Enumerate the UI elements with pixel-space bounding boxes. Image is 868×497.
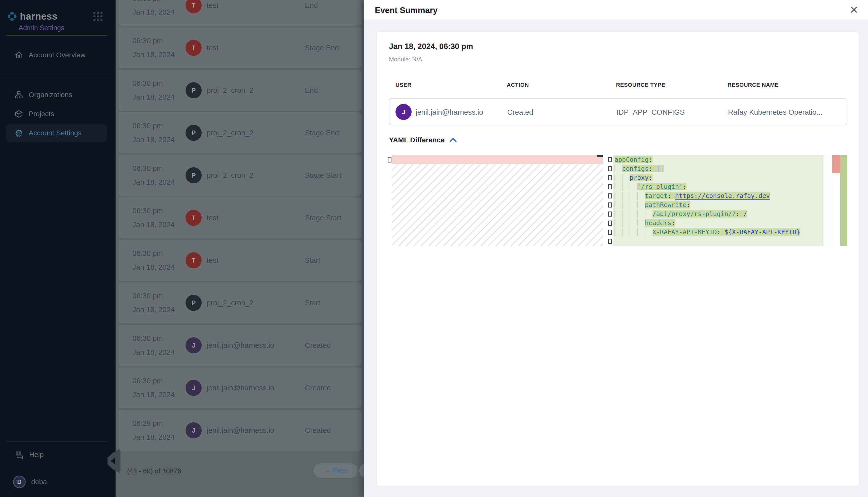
row-avatar: J bbox=[185, 422, 202, 438]
audit-row[interactable]: 06:30 pmJan 18, 2024Pproj_2_cron_2Stage … bbox=[119, 112, 361, 153]
row-date: Jan 18, 2024 bbox=[133, 263, 179, 271]
code-token: proxy bbox=[630, 174, 648, 181]
app-root: harness Admin Settings Account Overview … bbox=[0, 0, 868, 497]
row-action: Stage Start bbox=[305, 214, 341, 222]
row-time: 06:30 pm bbox=[133, 377, 179, 385]
audit-row[interactable]: 06:30 pmJan 18, 2024Pproj_2_cron_2End bbox=[119, 70, 361, 111]
sidebar-item-label: Organizations bbox=[29, 91, 72, 99]
code-token: X-RAFAY-API-KEYID bbox=[652, 228, 717, 236]
row-time-block: 06:30 pmJan 18, 2024 bbox=[119, 207, 179, 229]
prev-page-button[interactable]: ← Prev bbox=[314, 463, 358, 478]
code-token: : bbox=[683, 183, 687, 190]
sidebar-item-projects[interactable]: Projects bbox=[6, 105, 107, 123]
row-user-name: test bbox=[207, 214, 219, 222]
row-time: 06:30 pm bbox=[133, 122, 179, 130]
row-action: End bbox=[305, 86, 318, 95]
code-token: : bbox=[687, 201, 690, 209]
inline-change-highlight: X-RAFAY-API-KEYID: ${X-RAFAY-API-KEYID} bbox=[652, 228, 800, 236]
diff-code-line bbox=[613, 237, 823, 246]
row-time-block: 06:30 pmJan 18, 2024 bbox=[119, 249, 179, 271]
sidebar-item-account-settings[interactable]: Account Settings bbox=[6, 125, 107, 142]
diff-code-line: proxy: bbox=[613, 173, 823, 182]
code-token: configs bbox=[622, 165, 648, 172]
diff-scrollbar[interactable] bbox=[823, 155, 832, 246]
sidebar: harness Admin Settings Account Overview … bbox=[0, 0, 115, 497]
row-time-block: 06:30 pmJan 18, 2024 bbox=[119, 292, 179, 314]
app-grid-icon[interactable] bbox=[93, 12, 102, 21]
audit-row[interactable]: 06:30 pmJan 18, 2024TtestEnd bbox=[119, 0, 361, 26]
row-user-name: test bbox=[207, 1, 219, 10]
brand-name: harness bbox=[20, 11, 57, 22]
yaml-difference-toggle[interactable]: YAML Difference bbox=[389, 136, 457, 144]
diff-line-gutter-marker bbox=[608, 194, 612, 198]
yaml-difference-label: YAML Difference bbox=[389, 136, 444, 144]
event-summary-drawer: Event Summary ✕ Jan 18, 2024, 06:30 pm M… bbox=[364, 0, 868, 497]
yaml-diff-viewer: appConfig: configs: |- proxy: '/rs-plugi… bbox=[387, 155, 847, 246]
diff-code-line: pathRewrite: bbox=[613, 200, 823, 210]
row-avatar: P bbox=[185, 167, 202, 183]
col-header-resource-name: RESOURCE NAME bbox=[728, 82, 779, 88]
avatar: J bbox=[396, 104, 412, 120]
close-icon[interactable]: ✕ bbox=[847, 3, 861, 17]
row-action: Start bbox=[305, 299, 320, 307]
diff-removed-pane bbox=[392, 155, 603, 246]
row-avatar: T bbox=[185, 40, 202, 56]
page-number-button[interactable]: 1 bbox=[359, 463, 364, 478]
row-time-block: 06:30 pmJan 18, 2024 bbox=[119, 79, 179, 101]
row-date: Jan 18, 2024 bbox=[133, 433, 179, 441]
collapse-arrow-icon bbox=[111, 458, 115, 464]
audit-row[interactable]: 06:30 pmJan 18, 2024TtestStage End bbox=[119, 27, 361, 68]
inline-change-highlight: '/rs-plugin': bbox=[637, 183, 687, 190]
code-indent bbox=[615, 165, 622, 172]
code-token: |- bbox=[656, 165, 664, 172]
code-token: '/rs-plugin' bbox=[637, 183, 683, 190]
row-time: 06:30 pm bbox=[133, 292, 179, 300]
help-button[interactable]: ? Help bbox=[6, 446, 89, 463]
inline-change-highlight: proxy: bbox=[630, 174, 652, 181]
cell-resource-type: IDP_APP_CONFIGS bbox=[617, 108, 685, 116]
audit-row[interactable]: 06:29 pmJan 18, 2024Jjenil.jain@harness.… bbox=[119, 410, 361, 451]
user-menu[interactable]: D deba bbox=[6, 473, 89, 491]
user-name: deba bbox=[31, 478, 47, 486]
code-indent bbox=[615, 174, 630, 181]
diff-removed-line bbox=[392, 155, 603, 164]
code-indent bbox=[615, 192, 645, 199]
event-datetime: Jan 18, 2024, 06:30 pm bbox=[389, 42, 473, 51]
audit-row[interactable]: 06:30 pmJan 18, 2024TtestStart bbox=[119, 240, 361, 281]
svg-text:?: ? bbox=[17, 452, 19, 455]
inline-change-highlight: pathRewrite: bbox=[645, 201, 690, 209]
sidebar-item-account-overview[interactable]: Account Overview bbox=[6, 46, 107, 63]
diff-code-line: headers: bbox=[613, 218, 823, 228]
code-token: ${X-RAFAY-API-KEYID} bbox=[725, 228, 800, 236]
brand-row: harness bbox=[6, 11, 110, 22]
row-time: 06:30 pm bbox=[133, 249, 179, 258]
audit-row[interactable]: 06:30 pmJan 18, 2024Pproj_2_cron_2Start bbox=[119, 282, 361, 323]
diff-empty-hatch bbox=[392, 164, 603, 246]
row-time-block: 06:30 pmJan 18, 2024 bbox=[119, 164, 179, 186]
chevron-up-icon bbox=[449, 137, 457, 143]
diff-ruler-removed-marker bbox=[832, 155, 840, 173]
gear-icon bbox=[15, 129, 23, 137]
code-token: : bbox=[648, 156, 652, 163]
row-time: 06:30 pm bbox=[133, 207, 179, 215]
audit-row[interactable]: 06:30 pmJan 18, 2024TtestStage Start bbox=[119, 197, 361, 238]
row-user-name: proj_2_cron_2 bbox=[207, 129, 253, 137]
diff-ruler-added-marker bbox=[840, 155, 847, 246]
diff-sash-handle[interactable] bbox=[597, 155, 603, 157]
code-token: : bbox=[648, 165, 656, 172]
sidebar-item-organizations[interactable]: Organizations bbox=[6, 86, 107, 103]
audit-row[interactable]: 06:30 pmJan 18, 2024Jjenil.jain@harness.… bbox=[119, 368, 361, 408]
audit-row[interactable]: 06:30 pmJan 18, 2024Pproj_2_cron_2Stage … bbox=[119, 155, 361, 196]
row-action: Stage End bbox=[305, 129, 339, 137]
sidebar-collapse-handle[interactable] bbox=[108, 449, 120, 473]
code-token[interactable]: https://console.rafay.dev bbox=[675, 192, 770, 200]
row-time: 06:30 pm bbox=[133, 0, 179, 2]
cell-user: jenil.jain@harness.io bbox=[416, 108, 483, 116]
row-avatar: T bbox=[185, 0, 202, 13]
diff-code-line: '/rs-plugin': bbox=[613, 182, 823, 191]
row-date: Jan 18, 2024 bbox=[133, 178, 179, 186]
audit-row[interactable]: 06:30 pmJan 18, 2024Jjenil.jain@harness.… bbox=[119, 325, 361, 366]
row-action: Stage End bbox=[305, 44, 339, 52]
row-time-block: 06:30 pmJan 18, 2024 bbox=[119, 122, 179, 144]
row-avatar: P bbox=[185, 295, 202, 311]
